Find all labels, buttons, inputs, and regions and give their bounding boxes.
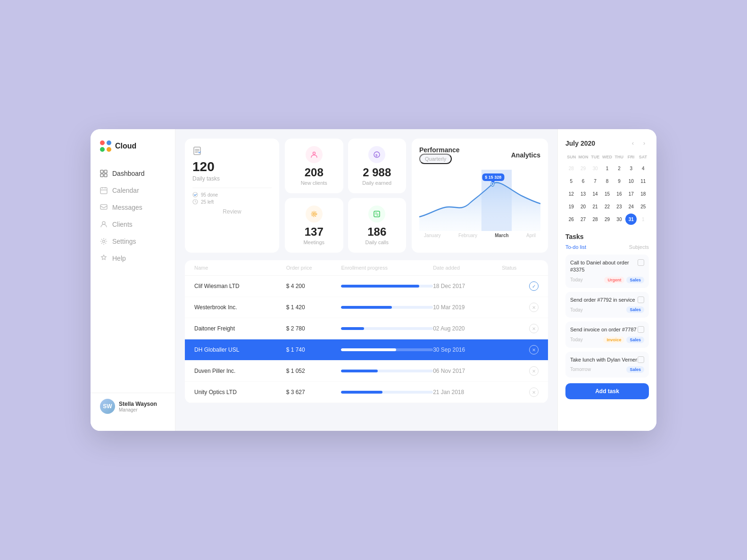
cal-cell[interactable]: 17 (625, 188, 637, 199)
cal-cell[interactable]: 2 (614, 163, 625, 174)
tasks-tab-todo[interactable]: To-do list (565, 244, 586, 250)
help-icon (100, 255, 108, 262)
calendar-prev-btn[interactable]: ‹ (628, 139, 638, 148)
table-row[interactable]: Clif Wiesman LTD $ 4 200 18 Dec 2017 ✓ (185, 276, 548, 297)
tasks-tab-subjects[interactable]: Subjects (629, 244, 649, 250)
cal-cell[interactable]: 25 (638, 201, 649, 212)
perf-period-btn[interactable]: Quarterly (419, 154, 452, 164)
cal-cell[interactable]: 27 (578, 214, 589, 225)
sidebar-item-messages[interactable]: Messages (91, 199, 175, 216)
cal-cell[interactable]: 30 (614, 214, 625, 225)
table-row[interactable]: Unity Optics LTD $ 3 627 21 Jan 2018 ✕ (185, 382, 548, 403)
cal-day-name: WED (601, 154, 613, 160)
cal-day-name: SAT (637, 154, 649, 160)
col-name: Name (194, 265, 286, 271)
cal-cell[interactable]: 10 (625, 175, 637, 187)
task-checkbox[interactable] (638, 296, 644, 303)
cell-date: 18 Dec 2017 (433, 283, 502, 289)
task-checkbox[interactable] (638, 259, 644, 266)
cal-cell[interactable]: 14 (589, 188, 601, 199)
stat-card-daily-calls: 186 Daily calls (348, 198, 407, 253)
calendar-next-btn[interactable]: › (639, 139, 649, 148)
cell-progress (341, 348, 433, 351)
sidebar-item-help[interactable]: Help (91, 250, 175, 267)
cal-cell[interactable]: 28 (589, 214, 601, 225)
cal-cell[interactable]: 1 (638, 214, 649, 225)
sidebar-item-clients[interactable]: Clients (91, 216, 175, 233)
sidebar-label-dashboard: Dashboard (112, 170, 145, 177)
progress-done: 95 done (192, 192, 272, 198)
task-card: Take lunch with Dylan Verner Tomorrow Sa… (565, 352, 649, 378)
task-checkbox[interactable] (638, 326, 644, 333)
cal-cell[interactable]: 28 (565, 163, 577, 174)
month-apr: April (526, 233, 536, 238)
cal-cell[interactable]: 31 (625, 214, 637, 225)
cal-cell[interactable]: 20 (578, 201, 589, 212)
task-tags: Sales (626, 366, 644, 373)
table-row[interactable]: Daitoner Freight $ 2 780 02 Aug 2020 ✕ (185, 318, 548, 339)
task-title: Take lunch with Dylan Verner (570, 356, 637, 363)
avatar: SW (100, 399, 115, 414)
task-card: Call to Daniel about order #3375 Today U… (565, 255, 649, 288)
add-task-button[interactable]: Add task (565, 383, 649, 399)
col-date: Date added (433, 265, 502, 271)
col-progress: Enrollment progress (341, 265, 433, 271)
cal-cell[interactable]: 23 (614, 201, 625, 212)
sidebar: Cloud Dashboard Calendar Messages Client… (91, 129, 175, 431)
task-tags: UrgentSales (604, 277, 644, 283)
table-row[interactable]: Duven Piller Inc. $ 1 052 06 Nov 2017 ✕ (185, 361, 548, 382)
cell-price: $ 2 780 (286, 325, 341, 332)
calendar-title: July 2020 (565, 140, 595, 147)
cal-cell[interactable]: 6 (578, 175, 589, 187)
cell-progress (341, 306, 433, 309)
status-indicator: ✕ (529, 387, 539, 397)
cal-cell[interactable]: 29 (601, 214, 613, 225)
cal-cell[interactable]: 15 (601, 188, 613, 199)
cal-cell[interactable]: 29 (578, 163, 589, 174)
col-status: Status (502, 265, 539, 271)
settings-icon (100, 238, 108, 245)
cal-cell[interactable]: 30 (589, 163, 601, 174)
stat-card-daily-earned: $ 2 988 Daily earned (348, 139, 407, 193)
cal-cell[interactable]: 24 (625, 201, 637, 212)
cell-price: $ 4 200 (286, 283, 341, 289)
cell-name: Unity Optics LTD (194, 389, 286, 395)
sidebar-item-settings[interactable]: Settings (91, 233, 175, 250)
cal-cell[interactable]: 22 (601, 201, 613, 212)
cal-cell[interactable]: 4 (638, 163, 649, 174)
status-indicator: ✕ (529, 366, 539, 376)
month-feb: February (458, 233, 477, 238)
cal-cell[interactable]: 9 (614, 175, 625, 187)
svg-point-12 (193, 192, 198, 197)
cell-name: Duven Piller Inc. (194, 368, 286, 374)
task-checkbox[interactable] (638, 356, 644, 363)
cal-cell[interactable]: 18 (638, 188, 649, 199)
cal-cell[interactable]: 12 (565, 188, 577, 199)
cal-cell[interactable]: 21 (589, 201, 601, 212)
table-row[interactable]: Westerbrook Inc. $ 1 420 10 Mar 2019 ✕ (185, 297, 548, 318)
clock-icon (192, 199, 198, 205)
cal-cell[interactable]: 7 (589, 175, 601, 187)
table-row[interactable]: DH Globaller USL $ 1 740 30 Sep 2016 ✕ (185, 339, 548, 361)
cal-cell[interactable]: 1 (601, 163, 613, 174)
dot-green (100, 147, 105, 152)
cell-name: Clif Wiesman LTD (194, 283, 286, 289)
performance-card: Performance Quarterly Analytics $ 15 328 (412, 139, 548, 253)
calendar-icon (100, 187, 108, 194)
cal-cell[interactable]: 8 (601, 175, 613, 187)
cal-cell[interactable]: 16 (614, 188, 625, 199)
cal-cell[interactable]: 26 (565, 214, 577, 225)
cal-cell[interactable]: 3 (625, 163, 637, 174)
sidebar-item-calendar[interactable]: Calendar (91, 182, 175, 199)
svg-rect-1 (104, 170, 107, 173)
cal-cell[interactable]: 13 (578, 188, 589, 199)
sidebar-item-dashboard[interactable]: Dashboard (91, 165, 175, 182)
cal-cell[interactable]: 19 (565, 201, 577, 212)
cell-progress (341, 327, 433, 330)
daily-earned-value: 2 988 (363, 166, 391, 179)
cal-cell[interactable]: 5 (565, 175, 577, 187)
cell-date: 02 Aug 2020 (433, 325, 502, 332)
logo-text: Cloud (115, 142, 136, 150)
cal-cell[interactable]: 11 (638, 175, 649, 187)
cell-status: ✕ (502, 345, 539, 354)
